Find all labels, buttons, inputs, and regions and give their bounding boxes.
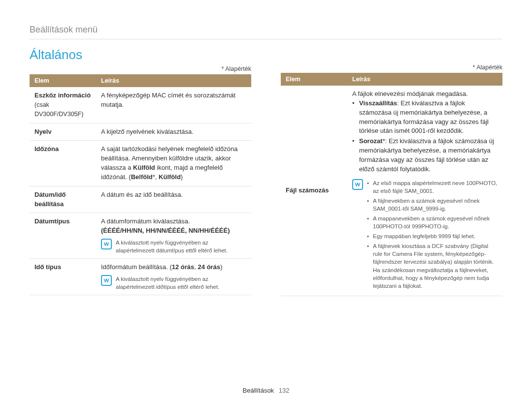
info-icon: [101, 275, 112, 286]
footer-page-number: 132: [279, 387, 290, 394]
footer-section: Beállítások: [243, 387, 274, 394]
table-row: Időzóna A saját tartózkodási helyének me…: [30, 141, 251, 186]
section-title: Általános: [30, 47, 251, 62]
info-text: A kiválasztott nyelv függvényében az ala…: [116, 275, 246, 291]
col-header-item: Elem: [281, 73, 347, 86]
table-row: Eszköz információ (csak DV300F/DV305F) A…: [30, 87, 251, 123]
list-item: A fájlnevek kiosztása a DCF szabvány (Di…: [367, 242, 498, 290]
table-row: Fájl számozás A fájlok elnevezési módján…: [281, 86, 502, 296]
row-desc: A dátum és az idő beállítása.: [96, 186, 251, 213]
row-desc: A kijelző nyelvének kiválasztása.: [96, 123, 251, 141]
col-header-desc: Leírás: [96, 74, 251, 87]
table-row: Dátum/idő beállítása A dátum és az idő b…: [30, 186, 251, 213]
row-desc: A fájlok elnevezési módjának megadása. V…: [347, 86, 502, 296]
list-item: Az első mappa alapértelmezett neve 100PH…: [367, 179, 498, 195]
list-item: A fájlnevekben a számok egyesével nőnek …: [367, 197, 498, 213]
table-row: Dátumtípus A dátumformátum kiválasztása.…: [30, 213, 251, 259]
default-note-right: * Alapérték: [281, 64, 502, 71]
list-item: A mappanevekben a számok egyesével nőnek…: [367, 215, 498, 230]
row-label-sub: (csak DV300F/DV305F): [34, 101, 83, 118]
row-label: Nyelv: [30, 123, 96, 141]
row-label: Dátum/idő beállítása: [30, 186, 96, 213]
page-footer: Beállítások 132: [0, 387, 532, 394]
row-desc: Időformátum beállítása. (12 órás, 24 órá…: [96, 259, 251, 295]
info-list: Az első mappa alapértelmezett neve 100PH…: [367, 179, 498, 292]
row-label: Fájl számozás: [281, 86, 347, 296]
info-icon: [352, 179, 363, 190]
default-note-left: * Alapérték: [30, 65, 251, 72]
row-label: Dátumtípus: [30, 213, 96, 259]
left-column: Általános * Alapérték Elem Leírás Eszköz…: [30, 47, 251, 296]
row-label: Idő típus: [30, 259, 96, 295]
col-header-item: Elem: [30, 74, 96, 87]
table-row: Nyelv A kijelző nyelvének kiválasztása.: [30, 123, 251, 141]
row-desc: A fényképezőgép MAC címét és sorozatszám…: [96, 87, 251, 123]
row-desc: A dátumformátum kiválasztása. (ÉÉÉÉ/HH/N…: [96, 213, 251, 259]
info-text: A kiválasztott nyelv függvényében az ala…: [116, 239, 246, 254]
settings-table-right: Elem Leírás Fájl számozás A fájlok elnev…: [281, 73, 502, 296]
info-icon: [101, 239, 112, 249]
two-column-layout: Általános * Alapérték Elem Leírás Eszköz…: [30, 47, 502, 296]
col-header-desc: Leírás: [347, 73, 502, 86]
info-box: Az első mappa alapértelmezett neve 100PH…: [352, 179, 498, 292]
row-desc: A saját tartózkodási helyének megfelelő …: [96, 141, 251, 186]
info-box: A kiválasztott nyelv függvényében az ala…: [101, 239, 246, 254]
row-label: Eszköz információ: [34, 92, 91, 99]
right-column: * Alapérték Elem Leírás Fájl számozás A …: [281, 47, 502, 296]
info-box: A kiválasztott nyelv függvényében az ala…: [101, 275, 246, 291]
settings-table-left: Elem Leírás Eszköz információ (csak DV30…: [30, 74, 251, 295]
list-item: Egy mappában legfeljebb 9999 fájl lehet.: [367, 232, 498, 240]
table-row: Idő típus Időformátum beállítása. (12 ór…: [30, 259, 251, 295]
row-label: Időzóna: [30, 141, 96, 186]
breadcrumb: Beállítások menü: [30, 25, 502, 39]
page: Beállítások menü Általános * Alapérték E…: [0, 0, 532, 401]
